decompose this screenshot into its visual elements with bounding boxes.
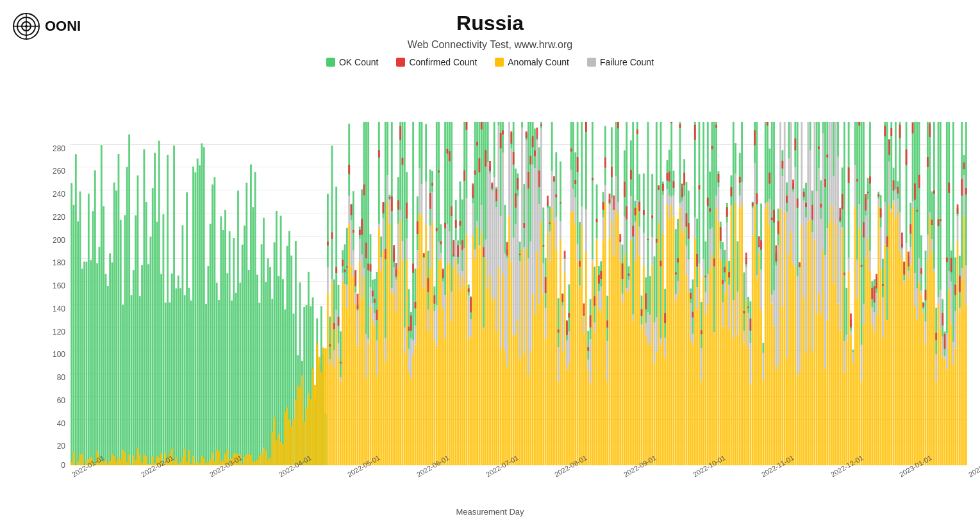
svg-rect-736 [527,122,529,258]
svg-rect-1089 [718,174,720,182]
svg-rect-673 [494,122,495,177]
svg-rect-365 [327,194,329,267]
svg-rect-694 [506,366,508,465]
svg-rect-675 [495,331,497,465]
svg-rect-788 [555,152,557,217]
svg-rect-1149 [752,203,754,206]
svg-rect-806 [566,370,568,465]
svg-rect-681 [497,122,499,126]
svg-rect-1456 [918,175,920,188]
svg-rect-861 [596,239,598,465]
svg-rect-1217 [790,122,792,231]
svg-rect-1358 [867,199,869,238]
svg-rect-776 [549,206,551,231]
svg-rect-1490 [938,297,940,304]
svg-rect-1316 [843,341,845,372]
svg-rect-378 [333,323,335,329]
svg-rect-944 [638,202,640,211]
svg-rect-817 [570,148,572,151]
svg-rect-1521 [954,311,956,348]
svg-rect-1176 [768,226,770,465]
svg-rect-1446 [914,273,916,306]
svg-rect-494 [397,224,399,268]
svg-rect-750 [536,251,538,465]
svg-rect-1365 [871,324,873,465]
svg-rect-1362 [869,251,871,270]
svg-rect-347 [314,385,316,465]
svg-rect-1086 [718,222,720,465]
svg-rect-287 [271,432,273,465]
svg-rect-937 [636,206,638,465]
svg-rect-1272 [820,313,822,465]
svg-rect-801 [561,294,563,302]
svg-rect-1466 [925,322,927,344]
svg-rect-457 [376,272,378,340]
svg-rect-511 [406,203,408,218]
svg-rect-1505 [946,369,948,465]
svg-rect-178 [194,172,196,465]
svg-rect-667 [491,300,493,465]
y-label-60: 60 [57,396,65,405]
svg-rect-684 [500,216,502,349]
svg-rect-1266 [816,122,818,191]
svg-rect-1084 [715,122,717,195]
svg-rect-1227 [794,138,796,150]
svg-rect-254 [248,454,250,465]
svg-rect-1502 [944,356,946,359]
svg-rect-445 [370,234,372,287]
svg-rect-782 [553,222,555,465]
svg-rect-1308 [839,223,841,331]
svg-rect-636 [474,249,476,259]
svg-rect-1437 [909,265,911,465]
svg-rect-1058 [701,330,702,334]
svg-rect-580 [444,295,446,338]
svg-rect-936 [635,208,636,215]
y-label-220: 220 [53,213,65,222]
svg-rect-72 [118,456,120,465]
svg-rect-1130 [743,342,745,465]
svg-rect-956 [645,294,647,310]
svg-rect-638 [474,170,476,175]
svg-rect-1389 [884,245,886,465]
svg-rect-1065 [705,276,707,277]
svg-rect-1126 [739,177,741,183]
svg-rect-167 [186,461,188,465]
svg-rect-711 [515,224,517,335]
svg-rect-988 [664,338,666,358]
svg-rect-571 [440,259,442,465]
svg-rect-376 [333,350,335,367]
svg-rect-438 [365,243,367,258]
svg-rect-600 [455,240,457,260]
svg-rect-536 [421,215,423,465]
svg-rect-431 [363,276,365,465]
svg-rect-555 [431,222,433,465]
svg-rect-420 [357,311,359,346]
svg-rect-1094 [722,327,724,465]
svg-rect-1543 [965,188,967,194]
svg-rect-1525 [957,216,959,241]
svg-rect-1342 [858,204,860,228]
svg-rect-263 [254,461,256,465]
svg-rect-1035 [690,340,692,465]
svg-rect-1042 [692,312,694,318]
svg-rect-1205 [784,122,786,212]
svg-rect-1061 [702,122,704,259]
svg-rect-97 [137,176,139,465]
svg-rect-202 [212,185,213,465]
svg-rect-1431 [906,122,908,243]
svg-rect-1119 [735,143,736,174]
svg-rect-857 [594,332,595,465]
svg-rect-642 [476,142,478,145]
svg-rect-775 [549,231,551,261]
svg-rect-1153 [754,130,756,145]
svg-rect-706 [513,335,515,465]
svg-rect-917 [626,292,627,465]
svg-rect-448 [372,304,374,321]
svg-rect-1486 [935,354,937,381]
svg-rect-356 [320,372,322,465]
svg-rect-1312 [842,227,843,228]
y-label-140: 140 [53,304,65,313]
svg-rect-528 [417,268,419,465]
svg-rect-1147 [752,208,754,236]
y-label-100: 100 [53,350,65,359]
